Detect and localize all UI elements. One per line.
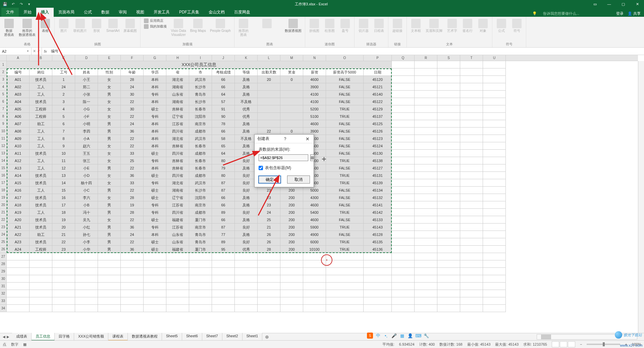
cell[interactable]: 11 bbox=[52, 157, 75, 164]
select-all-corner[interactable] bbox=[0, 55, 7, 61]
cell[interactable]: 45125 bbox=[364, 120, 392, 128]
login-link[interactable]: 登录 bbox=[616, 11, 624, 16]
cell[interactable]: 优秀 bbox=[235, 246, 258, 253]
cell[interactable]: 24 bbox=[258, 209, 280, 216]
cell[interactable]: 小明 bbox=[75, 120, 98, 128]
cell[interactable]: 学历 bbox=[144, 68, 166, 76]
cell[interactable]: FALSE bbox=[326, 150, 364, 157]
cell[interactable]: 本科 bbox=[144, 142, 166, 150]
cell[interactable] bbox=[75, 275, 98, 283]
cell[interactable]: 硕士 bbox=[144, 172, 166, 179]
cell[interactable]: FALSE bbox=[326, 135, 364, 142]
cell[interactable] bbox=[415, 297, 437, 305]
cell[interactable] bbox=[460, 83, 483, 91]
cell[interactable] bbox=[280, 98, 303, 105]
cell[interactable]: 工人 bbox=[30, 135, 52, 142]
cell[interactable]: 本科 bbox=[144, 76, 166, 83]
sheet-tab-Sheet5[interactable]: Sheet5 bbox=[162, 333, 182, 341]
tab-file[interactable]: 文件 bbox=[1, 8, 19, 17]
cell[interactable] bbox=[392, 142, 415, 150]
cell[interactable]: 小D bbox=[75, 172, 98, 179]
cell[interactable] bbox=[280, 105, 303, 113]
cell[interactable] bbox=[460, 231, 483, 238]
row-header-11[interactable]: 11 bbox=[0, 135, 7, 142]
cell[interactable] bbox=[483, 187, 506, 194]
cell[interactable] bbox=[460, 260, 483, 268]
cell[interactable] bbox=[437, 164, 460, 172]
cell[interactable] bbox=[7, 305, 30, 312]
cell[interactable]: 24 bbox=[52, 83, 75, 91]
ime-keyboard-icon[interactable]: ⌨ bbox=[415, 333, 421, 339]
cell[interactable]: TRUE bbox=[326, 179, 364, 187]
sheet-tab-数据透视表教程[interactable]: 数据透视表教程 bbox=[128, 333, 162, 341]
cell[interactable]: 23 bbox=[258, 201, 280, 209]
cell[interactable]: A22 bbox=[7, 231, 30, 238]
cell[interactable] bbox=[483, 223, 506, 231]
cell[interactable]: A11 bbox=[7, 150, 30, 157]
cell[interactable]: 硕士 bbox=[144, 105, 166, 113]
cell[interactable]: 吉林省 bbox=[166, 164, 189, 172]
cell[interactable] bbox=[460, 297, 483, 305]
cell[interactable] bbox=[326, 297, 364, 305]
row-header-8[interactable]: 8 bbox=[0, 113, 7, 120]
qat-more-icon[interactable]: ▾ bbox=[26, 1, 32, 7]
cell[interactable]: FALSE bbox=[326, 164, 364, 172]
cell[interactable] bbox=[392, 98, 415, 105]
cell[interactable] bbox=[7, 253, 30, 260]
tab-视图[interactable]: 视图 bbox=[131, 8, 149, 17]
cell[interactable]: 22 bbox=[121, 113, 144, 120]
cell[interactable]: 湖北省 bbox=[166, 135, 189, 142]
cell[interactable] bbox=[212, 260, 235, 268]
cell[interactable]: 小张 bbox=[75, 91, 98, 98]
confirm-formula-icon[interactable]: ✓ bbox=[37, 49, 40, 53]
cell[interactable] bbox=[280, 305, 303, 312]
sheet-tab-Sheet7[interactable]: Sheet7 bbox=[202, 333, 222, 341]
cell[interactable]: FALSE bbox=[326, 142, 364, 150]
cell[interactable] bbox=[483, 172, 506, 179]
cell[interactable]: 技术员 bbox=[30, 238, 52, 246]
cell[interactable]: 辽宁省 bbox=[166, 194, 189, 201]
cell[interactable]: 南京市 bbox=[189, 223, 212, 231]
cell[interactable] bbox=[166, 305, 189, 312]
cell[interactable]: 不及格 bbox=[235, 98, 258, 105]
cell[interactable] bbox=[144, 260, 166, 268]
cell[interactable]: 青岛市 bbox=[189, 231, 212, 238]
row-header-16[interactable]: 16 bbox=[0, 172, 7, 179]
cell[interactable] bbox=[189, 283, 212, 290]
cell[interactable] bbox=[121, 253, 144, 260]
cell[interactable]: 良好 bbox=[235, 223, 258, 231]
cell[interactable]: 工号 bbox=[52, 68, 75, 76]
cell[interactable] bbox=[460, 150, 483, 157]
cell[interactable]: 200 bbox=[280, 194, 303, 201]
cell[interactable]: 技术员 bbox=[30, 216, 52, 223]
cell[interactable]: 湖南省 bbox=[166, 98, 189, 105]
tab-开发工具[interactable]: 开发工具 bbox=[149, 8, 174, 17]
cell[interactable] bbox=[326, 275, 364, 283]
cell[interactable] bbox=[415, 157, 437, 164]
cancel-button[interactable]: 取消 bbox=[287, 176, 310, 184]
cell[interactable] bbox=[437, 216, 460, 223]
cell[interactable] bbox=[30, 260, 52, 268]
cell[interactable]: 男 bbox=[98, 223, 121, 231]
ime-punct-icon[interactable]: •, bbox=[383, 333, 389, 339]
cell[interactable] bbox=[415, 68, 437, 76]
cell[interactable]: 专科 bbox=[144, 113, 166, 120]
ribbon-rec-pivot[interactable]: 推荐的 数据透视表 bbox=[17, 18, 37, 38]
cell[interactable] bbox=[166, 297, 189, 305]
zoom-out-icon[interactable]: − bbox=[580, 342, 582, 346]
col-header-P[interactable]: P bbox=[364, 55, 392, 61]
cell[interactable] bbox=[415, 305, 437, 312]
cell[interactable]: 及格 bbox=[235, 83, 258, 91]
cell[interactable] bbox=[235, 290, 258, 297]
cell[interactable]: 87 bbox=[212, 187, 235, 194]
cell[interactable]: 87 bbox=[212, 179, 235, 187]
cell[interactable] bbox=[437, 201, 460, 209]
cell[interactable]: 17 bbox=[52, 201, 75, 209]
cell[interactable]: 3 bbox=[52, 98, 75, 105]
col-header-N[interactable]: N bbox=[303, 55, 326, 61]
cell[interactable] bbox=[437, 223, 460, 231]
cell[interactable]: 24 bbox=[121, 120, 144, 128]
cell[interactable] bbox=[392, 172, 415, 179]
cell[interactable] bbox=[392, 150, 415, 157]
cell[interactable]: 45129 bbox=[364, 105, 392, 113]
